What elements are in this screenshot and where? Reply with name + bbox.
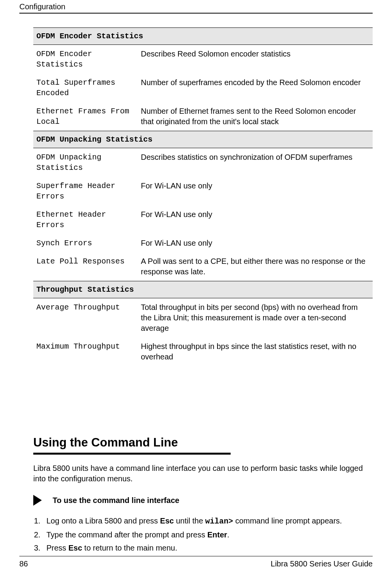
procedure-steps: Log onto a Libra 5800 and press Esc unti… <box>33 515 373 554</box>
row-label: Total Superframes Encoded <box>33 74 138 102</box>
prompt-text: wilan> <box>205 517 233 526</box>
table-section-heading: OFDM Unpacking Statistics <box>33 131 373 148</box>
row-label: OFDM Encoder Statistics <box>33 45 138 74</box>
row-label: Synch Errors <box>33 234 138 252</box>
book-title: Libra 5800 Series User Guide <box>271 559 373 568</box>
row-desc: For Wi-LAN use only <box>138 205 373 234</box>
page-footer: 86 Libra 5800 Series User Guide <box>19 556 373 568</box>
row-desc: Number of Ethernet frames sent to the Re… <box>138 102 373 131</box>
main-content: OFDM Encoder Statistics OFDM Encoder Sta… <box>19 14 373 554</box>
page-number: 86 <box>19 559 28 568</box>
table-section-heading: Throughput Statistics <box>33 281 373 298</box>
table-row: Maximum Throughput Highest throughput in… <box>33 337 373 366</box>
step-text: until the <box>174 517 205 525</box>
section-heading-text: OFDM Unpacking Statistics <box>33 131 373 148</box>
key-name: Esc <box>68 544 82 552</box>
row-desc: Number of superframes encoded by the Ree… <box>138 74 373 102</box>
table-row: Superframe Header Errors For Wi-LAN use … <box>33 177 373 205</box>
row-desc: Describes Reed Solomon encoder statistic… <box>138 45 373 74</box>
table-row: Late Poll Responses A Poll was sent to a… <box>33 252 373 281</box>
procedure-heading: To use the command line interface <box>53 496 179 505</box>
step-text: Type the command after the prompt and pr… <box>46 530 207 539</box>
section-heading-text: Throughput Statistics <box>33 281 373 298</box>
row-label: Average Throughput <box>33 298 138 338</box>
list-item: Press Esc to return to the main menu. <box>43 542 373 554</box>
row-desc: Highest throughput in bps since the last… <box>138 337 373 366</box>
step-text: command line prompt appears. <box>233 517 342 525</box>
step-text: . <box>227 530 229 539</box>
row-desc: Total throughput in bits per second (bps… <box>138 298 373 338</box>
row-label: Late Poll Responses <box>33 252 138 281</box>
table-row: OFDM Encoder Statistics Describes Reed S… <box>33 45 373 74</box>
key-name: Enter <box>207 530 227 539</box>
key-name: Esc <box>160 517 174 525</box>
row-desc: For Wi-LAN use only <box>138 234 373 252</box>
row-label: OFDM Unpacking Statistics <box>33 148 138 177</box>
row-label: Maximum Throughput <box>33 337 138 366</box>
procedure-heading-row: To use the command line interface <box>33 495 373 506</box>
play-icon <box>33 495 42 506</box>
table-row: Synch Errors For Wi-LAN use only <box>33 234 373 252</box>
table-row: OFDM Unpacking Statistics Describes stat… <box>33 148 373 177</box>
row-label: Ethernet Header Errors <box>33 205 138 234</box>
step-text: Press <box>46 544 68 552</box>
step-text: to return to the main menu. <box>82 544 177 552</box>
section-intro: Libra 5800 units have a command line int… <box>33 463 373 484</box>
row-desc: For Wi-LAN use only <box>138 177 373 205</box>
list-item: Log onto a Libra 5800 and press Esc unti… <box>43 515 373 527</box>
table-row: Average Throughput Total throughput in b… <box>33 298 373 338</box>
chapter-title: Configuration <box>19 2 65 11</box>
row-label: Superframe Header Errors <box>33 177 138 205</box>
table-row: Total Superframes Encoded Number of supe… <box>33 74 373 102</box>
table-section-heading: OFDM Encoder Statistics <box>33 28 373 45</box>
section-title: Using the Command Line <box>33 436 373 450</box>
table-row: Ethernet Frames From Local Number of Eth… <box>33 102 373 131</box>
row-label: Ethernet Frames From Local <box>33 102 138 131</box>
row-desc: A Poll was sent to a CPE, but either the… <box>138 252 373 281</box>
list-item: Type the command after the prompt and pr… <box>43 529 373 541</box>
section-rule <box>33 453 231 455</box>
page: Configuration OFDM Encoder Statistics OF… <box>0 0 392 573</box>
section-heading-text: OFDM Encoder Statistics <box>33 28 373 45</box>
step-text: Log onto a Libra 5800 and press <box>46 517 160 525</box>
page-header: Configuration <box>19 0 373 14</box>
statistics-table: OFDM Encoder Statistics OFDM Encoder Sta… <box>33 27 373 366</box>
table-row: Ethernet Header Errors For Wi-LAN use on… <box>33 205 373 234</box>
row-desc: Describes statistics on synchronization … <box>138 148 373 177</box>
